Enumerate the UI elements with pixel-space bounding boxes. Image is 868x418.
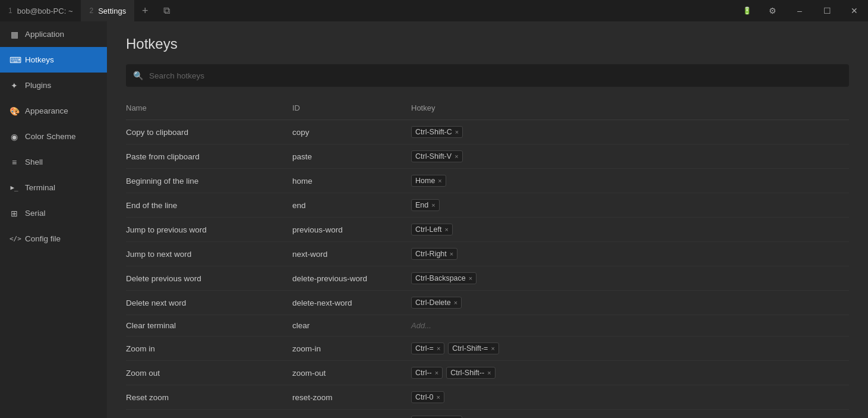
table-row: Reset zoomreset-zoomCtrl-0×	[126, 385, 849, 410]
terminal-icon: ▶_	[10, 184, 19, 191]
row-name: Paste from clipboard	[126, 144, 292, 169]
hotkey-label: Ctrl-Left	[415, 225, 441, 234]
maximize-button[interactable]: ☐	[813, 0, 841, 21]
sidebar-item-shell[interactable]: ≡ Shell	[0, 149, 107, 175]
row-id: paste	[292, 144, 411, 169]
sidebar-label-color-scheme: Color Scheme	[25, 132, 76, 141]
row-hotkey: Add...	[411, 315, 849, 337]
table-row: End of the lineendEnd×	[126, 193, 849, 218]
hotkey-label: Ctrl--	[415, 369, 432, 377]
sidebar-item-plugins[interactable]: ✦ Plugins	[0, 73, 107, 98]
sidebar-item-color-scheme[interactable]: ◉ Color Scheme	[0, 124, 107, 149]
hotkey-chips: Ctrl-Shift-C×	[411, 126, 849, 138]
hotkey-remove-button[interactable]: ×	[435, 369, 438, 376]
serial-icon: ⊞	[10, 209, 19, 218]
row-hotkey: Ctrl-Right×	[411, 242, 849, 266]
table-row: Clear terminalclearAdd...	[126, 315, 849, 337]
hotkey-remove-button[interactable]: ×	[450, 250, 453, 257]
sidebar-item-config-file[interactable]: </> Config file	[0, 226, 107, 252]
hotkey-remove-button[interactable]: ×	[491, 345, 494, 352]
tab-label-1: bob@bob-PC: ~	[17, 7, 73, 15]
hotkey-chips: Ctrl-Right×	[411, 248, 849, 260]
sidebar-item-terminal[interactable]: ▶_ Terminal	[0, 175, 107, 200]
hotkey-chips: Ctrl--×Ctrl-Shift--×	[411, 367, 849, 379]
hotkeys-table: Name ID Hotkey Copy to clipboardcopyCtrl…	[126, 103, 849, 418]
close-button[interactable]: ✕	[841, 0, 868, 21]
hotkey-remove-button[interactable]: ×	[454, 153, 458, 160]
row-hotkey: Ctrl-=×Ctrl-Shift-=×	[411, 337, 849, 361]
hotkey-chip: Ctrl-Shift-=×	[448, 342, 499, 354]
hotkey-chip: Ctrl-0×	[411, 391, 444, 403]
hotkey-label: Ctrl-Shift--	[450, 369, 484, 377]
hotkey-label: Ctrl-=	[415, 344, 434, 353]
sidebar-item-application[interactable]: ▦ Application	[0, 21, 107, 47]
color-scheme-icon: ◉	[10, 132, 19, 142]
hotkey-chips: Home×	[411, 175, 849, 187]
sidebar-label-config-file: Config file	[25, 234, 61, 243]
hotkey-remove-button[interactable]: ×	[469, 275, 472, 282]
row-name: Jump to next word	[126, 242, 292, 266]
row-name: Zoom in	[126, 337, 292, 361]
sidebar-label-appearance: Appearance	[25, 106, 68, 115]
new-tab-button[interactable]: +	[134, 0, 156, 21]
sidebar: ▦ Application ⌨ Hotkeys ✦ Plugins 🎨 Appe…	[0, 21, 107, 418]
table-row: New tabnew-tabCtrl-Shift-T×	[126, 410, 849, 419]
row-name: Delete next word	[126, 291, 292, 315]
row-id: end	[292, 193, 411, 218]
row-id: copy	[292, 120, 411, 144]
hotkey-remove-button[interactable]: ×	[444, 226, 448, 233]
row-id: next-word	[292, 242, 411, 266]
hotkey-label: Ctrl-Delete	[415, 298, 451, 307]
row-id: previous-word	[292, 218, 411, 242]
minimize-button[interactable]: –	[786, 0, 813, 21]
hotkey-remove-button[interactable]: ×	[437, 394, 440, 401]
content-area: Hotkeys 🔍 Name ID Hotkey Copy to clipboa…	[107, 21, 868, 418]
sidebar-label-serial: Serial	[25, 209, 46, 218]
tab-number-1: 1	[8, 7, 12, 15]
hotkey-remove-button[interactable]: ×	[437, 345, 440, 352]
row-hotkey: Ctrl-Left×	[411, 218, 849, 242]
table-row: Jump to previous wordprevious-wordCtrl-L…	[126, 218, 849, 242]
row-hotkey: Ctrl--×Ctrl-Shift--×	[411, 361, 849, 385]
tab-terminal[interactable]: 1 bob@bob-PC: ~	[0, 0, 81, 21]
tab-settings[interactable]: 2 Settings	[81, 0, 134, 21]
sidebar-label-application: Application	[25, 30, 64, 39]
hotkey-chips: End×	[411, 199, 849, 211]
table-row: Delete next worddelete-next-wordCtrl-Del…	[126, 291, 849, 315]
row-hotkey: End×	[411, 193, 849, 218]
row-name: Clear terminal	[126, 315, 292, 337]
hotkey-remove-button[interactable]: ×	[431, 202, 435, 209]
hotkeys-icon: ⌨	[10, 55, 19, 65]
hotkey-chips: Ctrl-Left×	[411, 224, 849, 235]
hotkey-remove-button[interactable]: ×	[487, 369, 491, 376]
split-tab-button[interactable]: ⧉	[156, 0, 177, 21]
row-name: Jump to previous word	[126, 218, 292, 242]
hotkey-chip: Ctrl-Left×	[411, 224, 453, 235]
hotkey-label: Ctrl-Shift-V	[415, 152, 452, 161]
row-hotkey: Ctrl-Backspace×	[411, 266, 849, 291]
row-id: home	[292, 169, 411, 193]
row-name: Delete previous word	[126, 266, 292, 291]
row-hotkey: Ctrl-Shift-T×	[411, 410, 849, 419]
tab-label-2: Settings	[98, 7, 126, 15]
config-file-icon: </>	[10, 235, 19, 243]
hotkey-chips: Ctrl-Backspace×	[411, 272, 849, 284]
hotkey-chip: Ctrl-Shift-V×	[411, 150, 463, 162]
sidebar-item-serial[interactable]: ⊞ Serial	[0, 200, 107, 226]
row-name: Copy to clipboard	[126, 120, 292, 144]
hotkey-add-placeholder[interactable]: Add...	[411, 321, 431, 330]
settings-button[interactable]: ⚙	[759, 0, 786, 21]
sidebar-item-appearance[interactable]: 🎨 Appearance	[0, 98, 107, 124]
hotkey-chip: Ctrl-Shift-T×	[411, 416, 462, 418]
hotkey-chip: Ctrl--×	[411, 367, 443, 379]
hotkey-chips: Add...	[411, 321, 849, 330]
search-input[interactable]	[149, 71, 842, 80]
sidebar-item-hotkeys[interactable]: ⌨ Hotkeys	[0, 47, 107, 73]
hotkey-label: Home	[415, 177, 435, 185]
hotkey-remove-button[interactable]: ×	[438, 177, 441, 184]
row-name: Zoom out	[126, 361, 292, 385]
hotkey-remove-button[interactable]: ×	[455, 128, 459, 136]
hotkey-remove-button[interactable]: ×	[454, 299, 457, 306]
table-row: Zoom outzoom-outCtrl--×Ctrl-Shift--×	[126, 361, 849, 385]
row-hotkey: Ctrl-Shift-V×	[411, 144, 849, 169]
